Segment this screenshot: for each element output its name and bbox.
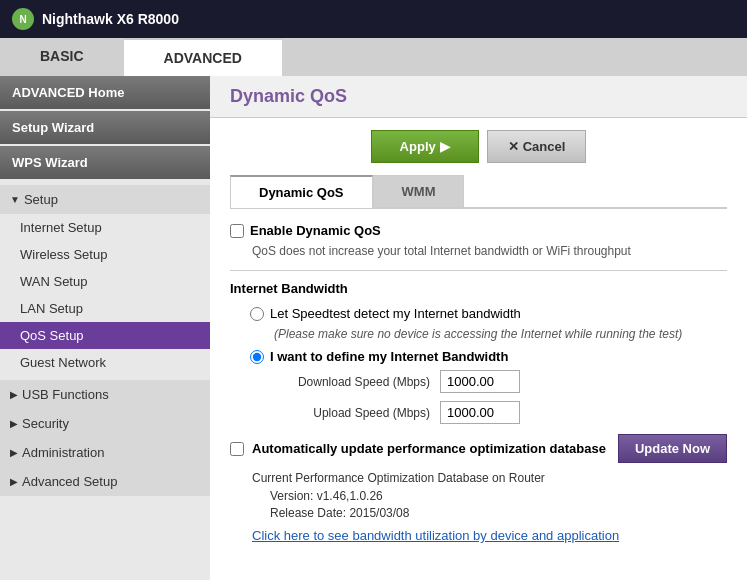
main-layout: ADVANCED Home Setup Wizard WPS Wizard ▼ … — [0, 76, 747, 580]
sidebar-section-setup: ▼ Setup Internet Setup Wireless Setup WA… — [0, 181, 210, 380]
apply-button[interactable]: Apply ▶ — [371, 130, 479, 163]
divider — [230, 270, 727, 271]
radio-speedtest-label: Let Speedtest detect my Internet bandwid… — [270, 306, 521, 321]
sidebar-item-qos-setup[interactable]: QoS Setup — [0, 322, 210, 349]
security-arrow-icon: ▶ — [10, 418, 18, 429]
cancel-button[interactable]: ✕ Cancel — [487, 130, 587, 163]
radio-manual-label: I want to define my Internet Bandwidth — [270, 349, 508, 364]
setup-arrow-icon: ▼ — [10, 194, 20, 205]
sidebar-item-wireless-setup[interactable]: Wireless Setup — [0, 241, 210, 268]
sidebar-advanced-setup-label: Advanced Setup — [22, 474, 117, 489]
content-area: Enable Dynamic QoS QoS does not increase… — [210, 209, 747, 557]
sidebar-setup-label: Setup — [24, 192, 58, 207]
download-speed-label: Download Speed (Mbps) — [270, 375, 430, 389]
radio-manual[interactable] — [250, 350, 264, 364]
cancel-label: Cancel — [523, 139, 566, 154]
sidebar-section-advanced-setup-header[interactable]: ▶ Advanced Setup — [0, 467, 210, 496]
sidebar-btn-advanced-home[interactable]: ADVANCED Home — [0, 76, 210, 109]
upload-speed-label: Upload Speed (Mbps) — [270, 406, 430, 420]
sidebar-item-lan-setup[interactable]: LAN Setup — [0, 295, 210, 322]
usb-arrow-icon: ▶ — [10, 389, 18, 400]
bandwidth-utilization-link[interactable]: Click here to see bandwidth utilization … — [252, 528, 619, 543]
apply-label: Apply — [400, 139, 436, 154]
app-title: Nighthawk X6 R8000 — [42, 11, 179, 27]
sidebar-admin-label: Administration — [22, 445, 104, 460]
sidebar-section-usb-header[interactable]: ▶ USB Functions — [0, 380, 210, 409]
db-info-text: Current Performance Optimization Databas… — [252, 471, 727, 485]
db-version-text: Version: v1.46,1.0.26 — [270, 489, 727, 503]
page-title: Dynamic QoS — [230, 86, 727, 107]
sidebar-btn-setup-wizard[interactable]: Setup Wizard — [0, 111, 210, 144]
sidebar-item-guest-network[interactable]: Guest Network — [0, 349, 210, 376]
radio-speedtest-note: (Please make sure no device is accessing… — [274, 327, 727, 341]
tab-basic[interactable]: BASIC — [0, 38, 124, 76]
app-logo: N — [12, 8, 34, 30]
radio-group-bandwidth: Let Speedtest detect my Internet bandwid… — [250, 306, 727, 364]
radio-speedtest[interactable] — [250, 307, 264, 321]
sidebar-item-wan-setup[interactable]: WAN Setup — [0, 268, 210, 295]
tab-dynamic-qos[interactable]: Dynamic QoS — [230, 175, 373, 208]
download-speed-input[interactable] — [440, 370, 520, 393]
advanced-setup-arrow-icon: ▶ — [10, 476, 18, 487]
sidebar-item-internet-setup[interactable]: Internet Setup — [0, 214, 210, 241]
sidebar-section-setup-header[interactable]: ▼ Setup — [0, 185, 210, 214]
download-speed-row: Download Speed (Mbps) — [270, 370, 727, 393]
sidebar-usb-label: USB Functions — [22, 387, 109, 402]
sidebar-security-label: Security — [22, 416, 69, 431]
radio-row-speedtest: Let Speedtest detect my Internet bandwid… — [250, 306, 727, 321]
auto-update-label: Automatically update performance optimiz… — [252, 441, 606, 456]
upload-speed-input[interactable] — [440, 401, 520, 424]
qos-info-text: QoS does not increase your total Interne… — [252, 244, 727, 258]
sidebar: ADVANCED Home Setup Wizard WPS Wizard ▼ … — [0, 76, 210, 580]
enable-qos-checkbox[interactable] — [230, 224, 244, 238]
app-header: N Nighthawk X6 R8000 — [0, 0, 747, 38]
sub-tab-bar: Dynamic QoS WMM — [230, 175, 727, 209]
update-now-button[interactable]: Update Now — [618, 434, 727, 463]
enable-qos-row: Enable Dynamic QoS — [230, 223, 727, 238]
apply-arrow-icon: ▶ — [440, 139, 450, 154]
admin-arrow-icon: ▶ — [10, 447, 18, 458]
bandwidth-section-title: Internet Bandwidth — [230, 281, 727, 296]
auto-update-row: Automatically update performance optimiz… — [230, 434, 727, 463]
upload-speed-row: Upload Speed (Mbps) — [270, 401, 727, 424]
sidebar-section-security-header[interactable]: ▶ Security — [0, 409, 210, 438]
db-release-text: Release Date: 2015/03/08 — [270, 506, 727, 520]
tab-spacer — [464, 175, 727, 208]
tab-bar: BASIC ADVANCED — [0, 38, 747, 76]
tab-wmm[interactable]: WMM — [373, 175, 465, 208]
auto-update-checkbox[interactable] — [230, 442, 244, 456]
tab-advanced[interactable]: ADVANCED — [124, 38, 282, 76]
radio-row-manual: I want to define my Internet Bandwidth — [250, 349, 727, 364]
page-header: Dynamic QoS — [210, 76, 747, 118]
toolbar: Apply ▶ ✕ Cancel — [210, 118, 747, 175]
main-content: Dynamic QoS Apply ▶ ✕ Cancel Dynamic QoS… — [210, 76, 747, 580]
sidebar-btn-wps-wizard[interactable]: WPS Wizard — [0, 146, 210, 179]
cancel-x-icon: ✕ — [508, 139, 519, 154]
enable-qos-label: Enable Dynamic QoS — [250, 223, 381, 238]
sidebar-section-admin-header[interactable]: ▶ Administration — [0, 438, 210, 467]
